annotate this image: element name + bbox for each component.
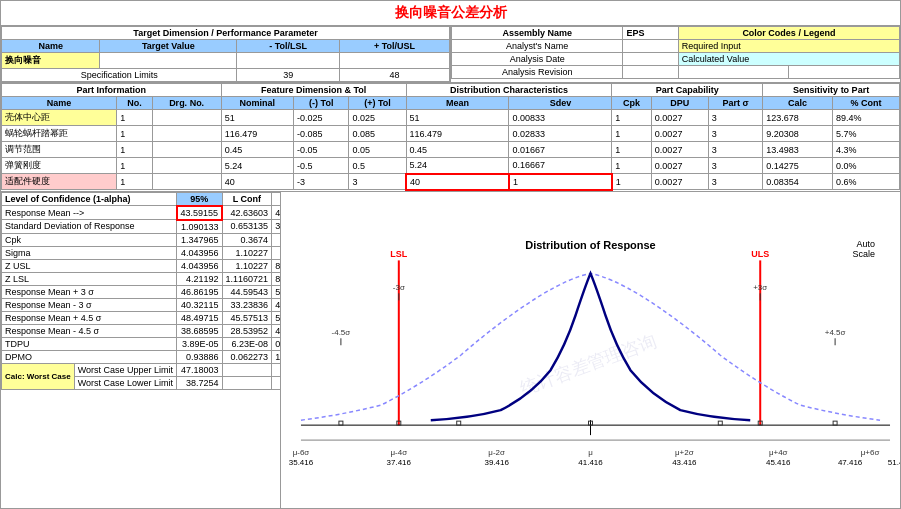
confidence-label: Level of Confidence (1-alpha): [2, 192, 177, 206]
table-cell: 51: [221, 110, 293, 126]
feature-dim-header: Feature Dimension & Tol: [221, 84, 406, 97]
table-cell: 0.0%: [832, 158, 899, 174]
table-cell: 0.5: [349, 158, 406, 174]
table-cell: 1: [612, 142, 652, 158]
table-cell: 0.14275: [763, 158, 833, 174]
page-title: 换向噪音公差分析: [1, 1, 900, 25]
lower-left-stats: Level of Confidence (1-alpha) 95% L Conf…: [1, 192, 281, 509]
z-usl-uconf: 8.2126628: [272, 259, 281, 272]
std-dev-lconf: 0.653135: [222, 220, 272, 234]
part-cap-header: Part Capability: [612, 84, 763, 97]
resp-3s-plus-lconf: 44.59543: [222, 285, 272, 298]
x-label-mu6s-minus: μ-6σ: [293, 448, 310, 457]
table-cell: 3: [349, 174, 406, 190]
sensitivity-header: Sensitivity to Part: [763, 84, 900, 97]
assembly-name-value: EPS: [623, 27, 678, 40]
target-val-col-header: Target Value: [100, 40, 237, 53]
resp-3s-minus-uconf: 42.587674: [272, 298, 281, 311]
parts-section: Part Information Feature Dimension & Tol…: [1, 82, 900, 191]
x-label-mu4s-minus: μ-4σ: [391, 448, 408, 457]
x-label-mu: μ: [588, 448, 593, 457]
conf-val: 95%: [177, 192, 223, 206]
table-cell: 0.0027: [651, 158, 708, 174]
table-cell: 3: [708, 126, 763, 142]
top-left-section: Target Dimension / Performance Parameter…: [1, 26, 451, 82]
resp-3s-minus-lconf: 33.23836: [222, 298, 272, 311]
table-cell: 0.00833: [509, 110, 612, 126]
table-row: 适配件硬度140-3340110.002730.083540.6%: [2, 174, 900, 190]
cpk-val: 1.347965: [177, 233, 223, 246]
usl-label: ULS: [751, 249, 769, 259]
cpk-lconf: 0.3674: [222, 233, 272, 246]
parts-rows: 壳体中心距151-0.0250.025510.0083310.00273123.…: [2, 110, 900, 190]
auto-scale-label2: Scale: [853, 249, 875, 259]
resp-3s-plus-label: Response Mean + 3 σ: [2, 285, 177, 298]
table-cell: 3: [708, 110, 763, 126]
main-container: 换向噪音公差分析 Target Dimension / Performance …: [0, 0, 901, 509]
worst-case-upper-label: Worst Case Upper Limit: [74, 363, 176, 376]
table-cell: 0.45: [221, 142, 293, 158]
tol-usl-col-header: + Tol/USL: [339, 40, 449, 53]
table-cell: 0.0027: [651, 110, 708, 126]
tdpu-lconf: 6.23E-08: [222, 337, 272, 350]
table-cell: 40: [221, 174, 293, 190]
color-legend-label: Color Codes / Legend: [678, 27, 899, 40]
resp-3s-plus-val: 46.86195: [177, 285, 223, 298]
table-cell: 0.45: [406, 142, 509, 158]
lower-section: Level of Confidence (1-alpha) 95% L Conf…: [1, 191, 900, 509]
table-cell: 1: [612, 126, 652, 142]
table-cell: 弹簧刚度: [2, 158, 117, 174]
tdpu-label: TDPU: [2, 337, 177, 350]
dpmo-lconf: 0.062273: [222, 350, 272, 363]
table-cell: 89.4%: [832, 110, 899, 126]
minus45sigma: -4.5σ: [332, 328, 351, 337]
table-cell: 3: [708, 174, 763, 190]
outer-dist-curve: [301, 273, 880, 420]
resp-45s-plus-val: 48.49715: [177, 311, 223, 324]
table-row: 壳体中心距151-0.0250.025510.0083310.00273123.…: [2, 110, 900, 126]
wc-upper-empty2: [272, 363, 281, 376]
minus3sigma-top: -3σ: [393, 283, 405, 292]
col-header-no-: No.: [117, 97, 152, 110]
resp-45s-minus-val: 38.68595: [177, 324, 223, 337]
table-cell: 1: [117, 126, 152, 142]
table-cell: 0.025: [349, 110, 406, 126]
table-cell: 116.479: [221, 126, 293, 142]
tdpu-val: 3.89E-05: [177, 337, 223, 350]
z-lsl-uconf: 8.4930084: [272, 272, 281, 285]
cpk-uconf: 2.7376: [272, 233, 281, 246]
table-cell: 1: [612, 110, 652, 126]
parts-col-headers: NameNo.Drg. No.Nominal(-) Tol(+) TolMean…: [2, 97, 900, 110]
tol-lsl-col-header: - Tol/LSL: [237, 40, 340, 53]
x-num-5: 43.416: [672, 458, 697, 467]
sigma-lconf: 1.10227: [222, 246, 272, 259]
worst-case-lower-label: Worst Case Lower Limit: [74, 376, 176, 389]
sq-marker-1: [339, 421, 343, 425]
table-cell: 1: [612, 174, 652, 190]
table-cell: 5.24: [406, 158, 509, 174]
chart-title: Distribution of Response: [525, 239, 655, 251]
resp-3s-minus-val: 40.32115: [177, 298, 223, 311]
resp-3s-plus-uconf: 53.944748: [272, 285, 281, 298]
analysis-revision-label: Analysis Revision: [452, 66, 623, 79]
u-conf-header: U Conf: [272, 192, 281, 206]
table-cell: 13.4983: [763, 142, 833, 158]
table-cell: 123.678: [763, 110, 833, 126]
lsl-label: LSL: [390, 249, 407, 259]
analysts-name-value: [623, 40, 678, 53]
empty-cell-2: [789, 66, 900, 79]
table-cell: 5.7%: [832, 126, 899, 142]
x-label-mu4s-plus: μ+4σ: [769, 448, 788, 457]
analysis-date-value: [623, 53, 678, 66]
spec-lsl-val: 39: [237, 69, 340, 82]
sq-marker-5: [718, 421, 722, 425]
table-cell: 0.0027: [651, 142, 708, 158]
col-header-mean: Mean: [406, 97, 509, 110]
table-row: 蜗轮蜗杆踏幂距1116.479-0.0850.085116.4790.02833…: [2, 126, 900, 142]
resp-3s-minus-label: Response Mean - 3 σ: [2, 298, 177, 311]
std-dev-val: 1.090133: [177, 220, 223, 234]
wc-lower-empty2: [272, 376, 281, 389]
table-cell: 0.05: [349, 142, 406, 158]
col-header---cont: % Cont: [832, 97, 899, 110]
table-cell: 0.02833: [509, 126, 612, 142]
